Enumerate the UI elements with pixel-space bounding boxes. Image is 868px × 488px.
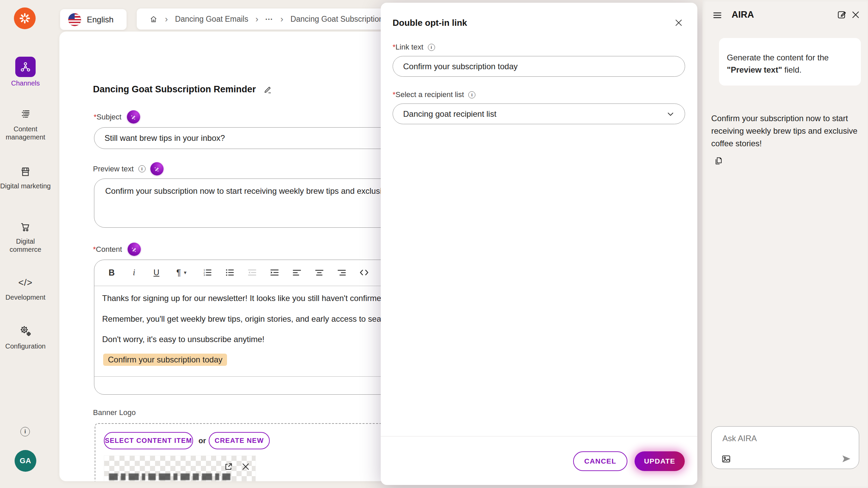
attach-image-icon[interactable] xyxy=(721,454,731,464)
required-mark: * xyxy=(393,43,396,51)
underline-button[interactable]: U xyxy=(151,267,162,278)
aira-generate-subject-button[interactable] xyxy=(127,110,140,124)
required-mark: * xyxy=(93,245,96,254)
send-icon[interactable] xyxy=(841,454,851,464)
update-button[interactable]: UPDATE xyxy=(635,451,685,471)
sidebar-item-content-management-label: Content management xyxy=(0,125,51,141)
ask-aira-input[interactable] xyxy=(722,433,845,444)
recipient-list-select[interactable]: Dancing goat recipient list xyxy=(393,104,685,124)
sidebar-item-configuration-label: Configuration xyxy=(0,342,51,350)
chevron-right-icon: › xyxy=(280,15,283,23)
double-opt-in-modal: Double opt-in link *Link text i *Select … xyxy=(381,3,697,485)
subject-label: *Subject xyxy=(94,113,121,121)
paragraph-format-button[interactable]: ¶▼ xyxy=(173,267,191,278)
chevron-right-icon: › xyxy=(256,15,259,23)
sidebar-item-channels[interactable] xyxy=(0,57,51,77)
double-opt-in-link-chip[interactable]: Confirm your subscription today xyxy=(103,354,227,366)
aira-close-icon[interactable] xyxy=(851,10,860,19)
aira-generate-content-button[interactable] xyxy=(128,243,141,256)
sidebar-item-content-management[interactable] xyxy=(0,109,51,120)
aira-panel: AIRA Generate the content for the "Previ… xyxy=(702,0,868,488)
content-label: *Content xyxy=(93,245,122,254)
open-in-new-icon[interactable] xyxy=(224,462,233,471)
ordered-list-button[interactable]: 123 xyxy=(202,267,213,278)
svg-text:3: 3 xyxy=(204,274,205,277)
new-chat-icon[interactable] xyxy=(837,10,847,20)
align-left-button[interactable] xyxy=(291,267,303,278)
sidebar-item-development[interactable]: </> xyxy=(0,278,51,288)
menu-icon[interactable] xyxy=(713,11,722,20)
channels-icon xyxy=(15,57,36,77)
sidebar-item-development-label: Development xyxy=(0,293,51,301)
info-icon[interactable]: i xyxy=(468,91,475,98)
app-logo[interactable] xyxy=(14,7,36,29)
chevron-right-icon: › xyxy=(165,15,168,23)
breadcrumb-item-emails[interactable]: Dancing Goat Emails xyxy=(175,15,248,24)
sidebar-item-digital-commerce-label: Digital commerce xyxy=(0,237,51,254)
content-list-icon xyxy=(20,109,31,120)
cancel-button[interactable]: CANCEL xyxy=(573,451,627,471)
avatar-initials: GA xyxy=(20,456,31,465)
breadcrumb-ellipsis[interactable]: ▪▪▪ xyxy=(265,17,273,22)
page-title: Dancing Goat Subscription Reminder xyxy=(93,84,256,95)
help-info-button[interactable]: i xyxy=(20,427,30,436)
prompt-field-name: "Preview text" xyxy=(727,65,782,74)
prompt-suffix: field. xyxy=(782,65,801,74)
code-view-button[interactable] xyxy=(358,267,370,278)
banner-logo-label: Banner Logo xyxy=(93,408,136,417)
home-icon[interactable] xyxy=(149,15,158,23)
gears-icon xyxy=(19,324,32,337)
prompt-prefix: Generate the content for the xyxy=(727,53,829,62)
create-new-button[interactable]: CREATE NEW xyxy=(209,432,270,449)
recipient-list-label: *Select a recipient list xyxy=(393,90,464,99)
aira-title: AIRA xyxy=(732,10,754,20)
editor-paragraph[interactable]: Don't worry, it's easy to unsubscribe an… xyxy=(102,335,264,344)
indent-button[interactable] xyxy=(269,267,280,278)
info-icon[interactable]: i xyxy=(138,165,146,172)
outdent-button[interactable] xyxy=(246,267,258,278)
align-right-button[interactable] xyxy=(336,267,347,278)
sidebar-item-channels-label: Channels xyxy=(0,79,51,87)
user-avatar[interactable]: GA xyxy=(15,450,36,472)
aira-prompt-card: Generate the content for the "Preview te… xyxy=(719,38,861,86)
modal-close-icon[interactable] xyxy=(674,18,683,27)
editor-paragraph[interactable]: Remember, you'll get weekly brew tips, o… xyxy=(102,314,429,324)
ask-aira-box[interactable] xyxy=(711,426,859,469)
caret-down-icon: ▼ xyxy=(183,270,187,275)
banner-logo-thumbnail[interactable] xyxy=(104,456,256,481)
bullet-list-button[interactable] xyxy=(224,267,235,278)
us-flag-icon xyxy=(68,13,81,26)
copy-response-icon[interactable] xyxy=(714,156,723,166)
sidebar-item-digital-marketing[interactable] xyxy=(0,166,51,178)
aira-generate-preview-button[interactable] xyxy=(150,162,164,175)
aira-response: Confirm your subscription now to start r… xyxy=(711,112,862,150)
modal-title: Double opt-in link xyxy=(393,18,467,28)
recipient-list-value: Dancing goat recipient list xyxy=(403,109,496,119)
italic-button[interactable]: i xyxy=(128,267,140,278)
kentico-flower-icon xyxy=(18,12,32,25)
cart-icon xyxy=(19,221,32,233)
required-mark: * xyxy=(393,90,396,99)
link-text-input-wrap xyxy=(393,56,685,77)
thumbnail-logo-fragment xyxy=(109,473,251,480)
required-mark: * xyxy=(94,113,97,121)
modal-footer-divider xyxy=(381,436,697,436)
preview-text-label: Preview text xyxy=(93,165,134,173)
edit-title-icon[interactable] xyxy=(263,85,272,94)
info-icon: i xyxy=(20,427,30,436)
link-text-label: *Link text xyxy=(393,43,423,52)
link-text-input[interactable] xyxy=(403,62,675,71)
storefront-icon xyxy=(19,166,32,178)
sidebar-item-digital-commerce[interactable] xyxy=(0,221,51,233)
select-content-item-button[interactable]: SELECT CONTENT ITEM xyxy=(104,432,193,449)
sidebar-item-configuration[interactable] xyxy=(0,324,51,337)
code-brackets-icon: </> xyxy=(18,278,33,288)
remove-thumbnail-icon[interactable] xyxy=(241,462,250,471)
info-icon[interactable]: i xyxy=(428,44,435,51)
bold-button[interactable]: B xyxy=(106,267,117,278)
or-text: or xyxy=(199,436,206,445)
align-center-button[interactable] xyxy=(314,267,325,278)
language-selector[interactable]: English xyxy=(60,9,127,30)
sidebar-item-digital-marketing-label: Digital marketing xyxy=(0,182,51,190)
chevron-down-icon xyxy=(666,110,675,118)
